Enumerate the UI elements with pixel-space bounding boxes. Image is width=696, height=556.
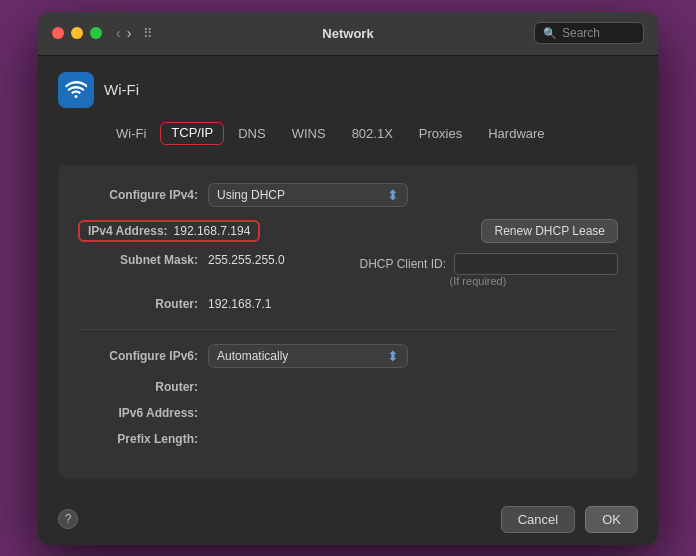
tab-wifi[interactable]: Wi-Fi [104,122,158,145]
dropdown-ipv6-arrow-icon: ⬍ [387,348,399,364]
ipv4-address-highlight-box: IPv4 Address: 192.168.7.194 [78,220,260,242]
nav-arrows: ‹ › [116,25,131,41]
tab-hardware[interactable]: Hardware [476,122,556,145]
configure-ipv6-row: Configure IPv6: Automatically ⬍ [78,344,618,368]
ipv4-address-value: 192.168.7.194 [174,224,251,238]
search-icon: 🔍 [543,27,557,40]
bottom-buttons: Cancel OK [501,506,638,533]
bottom-bar: ? Cancel OK [38,494,658,545]
prefix-length-label: Prefix Length: [78,432,198,446]
titlebar: ‹ › ⠿ Network 🔍 Search [38,12,658,56]
ipv6-router-row: Router: [78,380,618,394]
tab-tcpip[interactable]: TCP/IP [160,122,224,145]
configure-ipv4-value: Using DHCP [217,188,285,202]
minimize-button[interactable] [71,27,83,39]
traffic-lights [52,27,102,39]
ipv4-address-label: IPv4 Address: [88,224,168,238]
dropdown-arrow-icon: ⬍ [387,187,399,203]
section-divider [78,329,618,330]
tab-wins[interactable]: WINS [280,122,338,145]
ok-button[interactable]: OK [585,506,638,533]
tab-proxies[interactable]: Proxies [407,122,474,145]
network-window: ‹ › ⠿ Network 🔍 Search Wi-Fi Wi-Fi TCP/I… [38,12,658,545]
wifi-symbol [65,81,87,99]
dhcp-client-id-input[interactable] [454,253,618,275]
ipv6-address-label: IPv6 Address: [78,406,198,420]
router-value: 192.168.7.1 [208,297,271,311]
search-placeholder: Search [562,26,600,40]
renew-dhcp-button[interactable]: Renew DHCP Lease [481,219,618,243]
back-arrow-icon[interactable]: ‹ [116,25,121,41]
maximize-button[interactable] [90,27,102,39]
configure-ipv6-label: Configure IPv6: [78,349,198,363]
wifi-icon-container [58,72,94,108]
window-title: Network [322,26,373,41]
tab-8021x[interactable]: 802.1X [340,122,405,145]
tabs-bar: Wi-Fi TCP/IP DNS WINS 802.1X Proxies Har… [58,122,638,145]
router-row: Router: 192.168.7.1 [78,297,618,311]
subnet-mask-label: Subnet Mask: [78,253,198,267]
configure-ipv4-dropdown[interactable]: Using DHCP ⬍ [208,183,408,207]
form-area: Configure IPv4: Using DHCP ⬍ IPv4 Addres… [58,165,638,478]
search-box[interactable]: 🔍 Search [534,22,644,44]
ipv6-router-label: Router: [78,380,198,394]
grid-icon[interactable]: ⠿ [143,26,153,41]
ipv6-address-row: IPv6 Address: [78,406,618,420]
configure-ipv6-value: Automatically [217,349,288,363]
configure-ipv6-dropdown[interactable]: Automatically ⬍ [208,344,408,368]
tab-dns[interactable]: DNS [226,122,277,145]
content-area: Wi-Fi Wi-Fi TCP/IP DNS WINS 802.1X Proxi… [38,56,658,494]
if-required-hint: (If required) [450,275,507,287]
forward-arrow-icon[interactable]: › [127,25,132,41]
configure-ipv4-row: Configure IPv4: Using DHCP ⬍ [78,183,618,207]
help-button[interactable]: ? [58,509,78,529]
router-label: Router: [78,297,198,311]
dhcp-client-id-label: DHCP Client ID: [360,257,446,271]
close-button[interactable] [52,27,64,39]
section-title: Wi-Fi [104,81,139,98]
section-header: Wi-Fi [58,72,638,108]
configure-ipv4-label: Configure IPv4: [78,188,198,202]
prefix-length-row: Prefix Length: [78,432,618,446]
subnet-mask-value: 255.255.255.0 [208,253,285,267]
cancel-button[interactable]: Cancel [501,506,575,533]
